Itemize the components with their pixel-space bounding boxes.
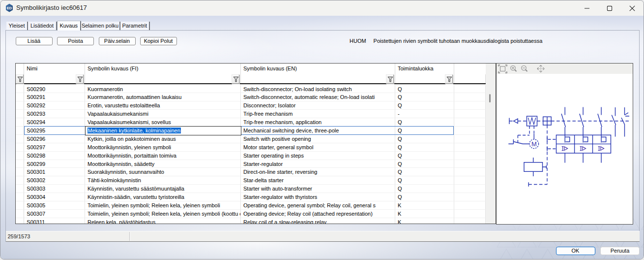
tab-selaimen-polku[interactable]: Selaimen polku [81,22,120,30]
cell-name: S00290 [24,85,85,94]
filter-cell [85,74,241,83]
maximize-button[interactable] [598,0,621,16]
cell-en: Mechanical switching device, three-pole [241,127,395,135]
table-row[interactable]: S00298 Moottorikäynnistin, portaittain t… [16,152,486,160]
zoom-in-icon[interactable] [511,65,517,71]
filter-icon [17,76,23,82]
minimize-button[interactable] [576,0,598,16]
filter-button-toimintaluokka[interactable] [445,74,453,84]
cell-empty [454,185,486,193]
close-button[interactable] [621,0,644,16]
cell-rowheader [16,218,25,224]
filter-button-kuvaus-fi[interactable] [232,74,239,84]
table-row[interactable]: S00311 Releen kela, päästöhidastus Relay… [16,218,486,224]
tab-kuvaus-active[interactable]: Kuvaus [57,21,81,31]
symbol-table: Nimi Symbolin kuvaus (FI) Symbolin kuvau… [15,63,496,224]
filter-button-rowheader[interactable] [16,74,24,84]
cell-name: S00305 [24,201,85,210]
table-row[interactable]: S00294 Vapaalaukaisumekanismi, sovellus … [16,118,486,127]
table-row[interactable]: S00290 Kuormanerotin Switch-disconnector… [16,85,486,94]
lisaa-button[interactable]: Lisää [16,37,53,45]
dialog-window: ED Symbolikirjasto iec60617 [0,0,644,260]
cell-en: Direct-on-line starter, reversing [241,168,395,176]
table-row[interactable]: S00304 Käynnistin-säädin, varustettu tyr… [16,193,486,201]
cell-class: Q [395,118,454,127]
table-row[interactable]: S00305 Toimielin, yleinen symboli; Relee… [16,201,486,210]
cell-empty [454,127,486,135]
table-rows: S00290 Kuormanerotin Switch-disconnector… [16,85,486,224]
table-row[interactable]: S00296 Kytkin, joilla on pakkotoiminen a… [16,135,486,143]
table-row[interactable]: S00307 Toimielin, yleinen symboli; Relee… [16,210,486,218]
filter-button-nimi[interactable] [76,74,84,84]
cell-rowheader [16,135,25,143]
status-bar-separator [129,232,130,241]
symbol-preview-panel: M [496,63,633,225]
poista-button[interactable]: Poista [57,37,94,45]
cell-en: Motor starter, general symbol [241,143,395,152]
actuator-arrow-symbol [514,119,518,123]
header-empty [454,64,486,74]
kopioi-polut-button[interactable]: Kopioi Polut [140,37,177,45]
filter-cell [454,74,486,83]
header-toimintaluokka[interactable]: Toimintaluokka [395,64,454,74]
pan-icon[interactable] [537,65,544,72]
cell-rowheader [16,85,25,94]
cancel-button[interactable]: Peruuta [600,247,640,255]
cell-name: S00303 [24,185,85,193]
table-row[interactable]: S00291 Kuormanerotin, automaattinen lauk… [16,93,486,101]
cell-name: S00298 [24,152,85,160]
tab-lisatiedot[interactable]: Lisätiedot [28,22,57,30]
table-row[interactable]: S00293 Vapaalaukaisumekanismi Trip-free … [16,110,486,118]
trip-linkage [518,126,529,142]
cell-name: S00291 [24,93,85,101]
cell-rowheader [16,152,25,160]
cell-editor-selected-text: Mekaaninen kytkinlaite, kolminapainen [88,128,181,133]
cell-class: Q [395,185,454,193]
header-nimi[interactable]: Nimi [24,64,85,74]
cell-rowheader [16,185,25,193]
paiv-selain-button[interactable]: Päiv.selain [99,37,136,45]
table-row[interactable]: S00302 Tähti-kolmiokäynnistin Star-delta… [16,176,486,185]
filter-icon [446,76,452,82]
filter-icon [387,76,393,82]
cell-rowheader [16,110,25,118]
cell-name: S00311 [24,218,85,224]
cell-name: S00297 [24,143,85,152]
cell-fi: Käynnistin, varustettu säästömuuntajalla [85,185,241,193]
cell-rowheader [16,118,25,127]
table-row[interactable]: S00299 Moottorikäynnistin, säädetty Star… [16,160,486,168]
cell-class: Q [395,160,454,168]
zoom-out-icon[interactable] [522,65,527,71]
table-row[interactable]: S00292 Erotin, varustettu estolaitteella… [16,101,486,110]
ok-button[interactable]: OK [556,247,595,255]
overload-release-glyphs [562,147,604,151]
tab-parametrit[interactable]: Parametrit [120,22,150,30]
cell-en: Relay coil of a slow-releasing relay [241,218,395,224]
cell-class: K [395,218,454,224]
filter-cell [395,74,454,83]
cell-editor-input[interactable]: Mekaaninen kytkinlaite, kolminapainen [85,126,242,135]
cell-en: Disconnector; Isolator [241,101,395,110]
cell-class: Q [395,152,454,160]
header-kuvaus-en[interactable]: Symbolin kuvaus (EN) [241,64,395,74]
filter-button-kuvaus-en[interactable] [386,74,394,84]
table-row[interactable]: S00301 Suorakäynnistin, suunnanvaihto Di… [16,168,486,176]
cell-fi: Vapaalaukaisumekanismi, sovellus [85,118,241,127]
scrollbar-thumb[interactable] [489,94,491,102]
cell-name: S00294 [24,118,85,127]
cell-rowheader [16,201,25,210]
zoom-window-icon[interactable] [498,65,507,73]
cell-en: Operating device; Relay coil (attached r… [241,210,395,218]
tab-yleiset[interactable]: Yleiset [6,22,28,30]
table-vertical-scrollbar[interactable] [486,64,496,224]
cell-class: Q [395,101,454,110]
cell-en: Operating device, general symbol; Relay … [241,201,395,210]
status-bar: 259/1573 [6,231,640,242]
header-kuvaus-fi[interactable]: Symbolin kuvaus (FI) [85,64,241,74]
cell-class: - [395,110,454,118]
cell-class: Q [395,193,454,201]
table-row[interactable]: S00297 Moottorikäynnistin, yleinen symbo… [16,143,486,152]
tabpage-border-left [5,30,6,242]
table-row[interactable]: S00303 Käynnistin, varustettu säästömuun… [16,185,486,193]
cell-fi: Moottorikäynnistin, portaittain toimiva [85,152,241,160]
